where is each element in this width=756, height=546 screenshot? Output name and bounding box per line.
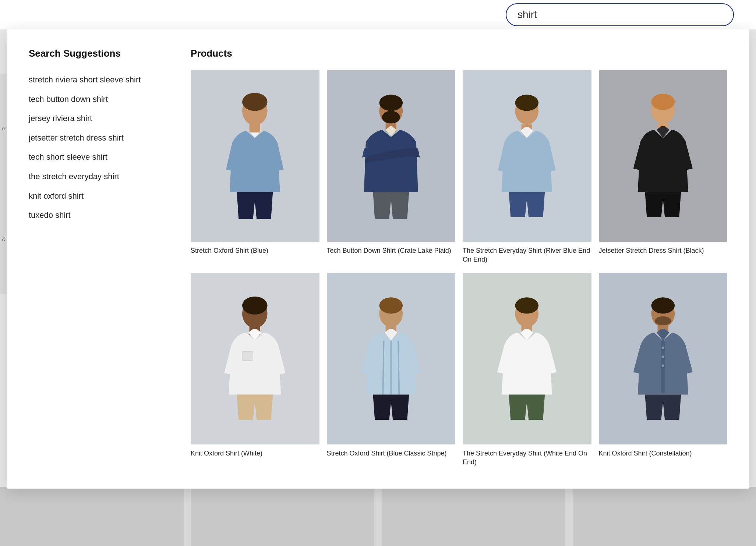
product-image-1 [191,70,319,242]
suggestions-title: Search Suggestions [29,48,169,59]
product-image-5 [191,273,319,444]
suggestion-item-4[interactable]: jetsetter stretch dress shirt [29,128,169,148]
svg-point-14 [242,297,267,315]
dropdown-panel: Search Suggestions stretch riviera short… [7,29,749,489]
svg-point-24 [515,297,539,313]
suggestion-item-5[interactable]: tech short sleeve shirt [29,148,169,167]
product-name-8: Knit Oxford Shirt (Constellation) [599,449,728,458]
left-edge-text-2: re [1,237,7,241]
left-edge-text-1: le [1,127,7,131]
svg-point-32 [662,364,664,367]
bottom-bg-item-1 [0,487,184,546]
svg-point-27 [651,297,675,313]
suggestion-item-1[interactable]: stretch riviera short sleeve shirt [29,70,169,90]
svg-point-30 [662,347,664,349]
search-wrapper [506,3,734,26]
product-name-1: Stretch Oxford Shirt (Blue) [191,246,319,255]
svg-point-28 [655,316,671,325]
suggestion-item-7[interactable]: knit oxford shirt [29,187,169,206]
bottom-bg-item-2 [191,487,375,546]
svg-point-8 [515,95,539,111]
svg-point-18 [379,297,403,313]
suggestion-item-6[interactable]: the stretch everyday shirt [29,167,169,187]
product-card-4[interactable]: Jetsetter Stretch Dress Shirt (Black) [599,70,728,264]
product-image-2 [327,70,456,242]
product-name-4: Jetsetter Stretch Dress Shirt (Black) [599,246,728,255]
product-card-3[interactable]: The Stretch Everyday Shirt (River Blue E… [463,70,591,264]
svg-rect-2 [250,124,260,132]
product-card-6[interactable]: Stretch Oxford Shirt (Blue Classic Strip… [327,273,456,467]
suggestion-item-2[interactable]: tech button down shirt [29,90,169,109]
product-image-4 [599,70,728,242]
product-card-8[interactable]: Knit Oxford Shirt (Constellation) [599,273,728,467]
product-image-3 [463,70,591,242]
header [0,0,756,29]
product-card-5[interactable]: Knit Oxford Shirt (White) [191,273,319,467]
bottom-bg-item-3 [382,487,565,546]
product-name-3: The Stretch Everyday Shirt (River Blue E… [463,246,591,264]
product-card-2[interactable]: Tech Button Down Shirt (Crate Lake Plaid… [327,70,456,264]
bottom-background [0,487,756,546]
suggestion-item-8[interactable]: tuxedo shirt [29,206,169,225]
svg-line-19 [383,341,384,395]
suggestion-item-3[interactable]: jersey riviera shirt [29,109,169,128]
product-name-6: Stretch Oxford Shirt (Blue Classic Strip… [327,449,456,458]
svg-point-5 [382,111,400,124]
svg-point-31 [662,355,664,358]
product-image-8 [599,273,728,444]
products-column: Products [191,48,727,467]
svg-point-1 [242,93,267,111]
product-name-5: Knit Oxford Shirt (White) [191,449,319,458]
products-grid: Stretch Oxford Shirt (Blue) [191,70,727,467]
svg-rect-15 [242,351,253,360]
suggestions-column: Search Suggestions stretch riviera short… [29,48,169,467]
product-image-7 [463,273,591,444]
product-name-2: Tech Button Down Shirt (Crate Lake Plaid… [327,246,456,255]
svg-point-4 [379,95,403,111]
svg-line-21 [398,341,399,395]
product-name-7: The Stretch Everyday Shirt (White End On… [463,449,591,467]
product-image-6 [327,273,456,444]
page-wrapper: le re Search Suggestions stretch riviera… [0,0,756,546]
products-title: Products [191,48,727,59]
bottom-bg-item-4 [573,487,756,546]
svg-point-11 [651,94,675,110]
product-card-1[interactable]: Stretch Oxford Shirt (Blue) [191,70,319,264]
product-card-7[interactable]: The Stretch Everyday Shirt (White End On… [463,273,591,467]
search-input[interactable] [506,3,734,26]
